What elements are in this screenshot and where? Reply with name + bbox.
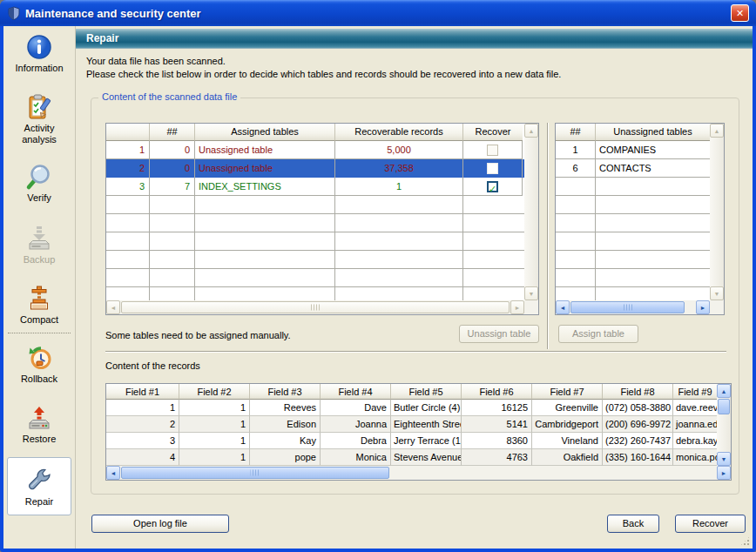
recover-checkbox[interactable]: ✓ <box>487 163 498 174</box>
vertical-scrollbar: ▲ ▼ <box>717 384 731 466</box>
column-header-assigned-tables[interactable]: Assigned tables <box>195 124 335 141</box>
back-button[interactable]: Back <box>607 515 659 533</box>
column-header-field7[interactable]: Field #7 <box>532 384 603 400</box>
shield-icon <box>7 6 21 20</box>
sidebar-item-rollback[interactable]: Rollback <box>6 344 72 385</box>
record-row[interactable]: 3 1 Kay Debra Jerry Terrace (1 8360 Vine… <box>106 433 717 449</box>
sidebar-item-information[interactable]: Information <box>6 33 72 74</box>
scroll-right-button[interactable]: ► <box>696 300 710 314</box>
panel-divider <box>547 123 549 349</box>
scrollbar-track <box>717 415 731 452</box>
sidebar-item-restore[interactable]: Restore <box>6 404 72 445</box>
table-row[interactable]: 2 0 Unassigned table 37,358 ✓ <box>106 159 524 178</box>
records-table: Field #1 Field #2 Field #3 Field #4 Fiel… <box>105 383 732 481</box>
column-gridline <box>595 141 596 300</box>
sidebar-item-label: Activity analysis <box>6 123 72 145</box>
information-icon <box>25 33 53 61</box>
column-header-unassigned-tables[interactable]: Unassigned tables <box>596 124 710 141</box>
scroll-up-button[interactable]: ▲ <box>524 124 538 138</box>
column-gridline <box>194 141 195 300</box>
sidebar-item-compact[interactable]: Compact <box>6 285 72 326</box>
scroll-down-button[interactable]: ▼ <box>524 286 538 300</box>
recover-checkbox[interactable]: ✓ <box>487 145 498 156</box>
record-row[interactable]: 2 1 Edison Joanna Eighteenth Stree 5141 … <box>106 416 717 433</box>
sidebar-item-label: Rollback <box>21 374 57 385</box>
column-header-field8[interactable]: Field #8 <box>603 384 673 400</box>
column-header-recover[interactable]: Recover <box>463 124 523 141</box>
table-row[interactable]: 1 0 Unassigned table 5,000 ✓ <box>106 141 524 159</box>
table-row[interactable]: 1 COMPANIES <box>556 141 710 159</box>
table-row[interactable]: 6 CONTACTS <box>556 159 710 178</box>
sidebar-item-label: Verify <box>27 192 51 204</box>
scroll-up-button[interactable]: ▲ <box>717 384 731 398</box>
intro-line-1: Your data file has been scanned. <box>86 55 561 68</box>
intro-text: Your data file has been scanned. Please … <box>86 55 561 81</box>
scrollbar-thumb[interactable] <box>718 399 730 414</box>
assigned-tables-header: ## Assigned tables Recoverable records R… <box>106 124 524 141</box>
repair-icon <box>25 467 53 495</box>
scrollbar-track <box>524 138 538 286</box>
column-header-field5[interactable]: Field #5 <box>391 384 462 400</box>
column-header-field3[interactable]: Field #3 <box>250 384 321 400</box>
sidebar-item-label: Information <box>15 63 63 74</box>
scroll-left-button[interactable]: ◄ <box>556 300 570 314</box>
check-icon: ✓ <box>489 180 496 197</box>
maintenance-security-center-window: Maintenance and security center ✕ Inform… <box>0 0 756 552</box>
vertical-scrollbar: ▲ ▼ <box>710 124 724 300</box>
column-header-field6[interactable]: Field #6 <box>462 384 532 400</box>
unassigned-tables-header: ## Unassigned tables <box>556 124 710 141</box>
sidebar-item-label: Backup <box>24 254 56 266</box>
table-row[interactable]: 3 7 INDEX_SETTINGS 1 ✓ <box>106 178 524 196</box>
verify-icon <box>25 163 53 191</box>
section-divider <box>105 351 726 353</box>
window-title: Maintenance and security center <box>25 7 726 20</box>
scroll-down-button[interactable]: ▼ <box>717 452 731 466</box>
column-gridline <box>462 141 463 300</box>
repair-pane: Repair Your data file has been scanned. … <box>76 26 753 549</box>
assigned-tables-body: 1 0 Unassigned table 5,000 ✓ 2 0 <box>106 141 524 300</box>
scroll-right-button[interactable]: ► <box>717 466 731 480</box>
scroll-right-button[interactable]: ► <box>510 300 524 314</box>
horizontal-scrollbar: ◄ ► <box>106 300 524 314</box>
recover-checkbox[interactable]: ✓ <box>487 181 498 192</box>
sidebar-item-repair[interactable]: Repair <box>7 457 71 515</box>
column-header-field1[interactable]: Field #1 <box>106 384 179 400</box>
intro-line-2: Please check the list below in order to … <box>86 68 561 81</box>
scroll-down-button[interactable]: ▼ <box>710 286 724 300</box>
resize-grip[interactable] <box>739 535 751 547</box>
recover-button[interactable]: Recover <box>675 515 746 533</box>
scanned-data-groupbox: Content of the scanned data file ## Assi… <box>91 98 739 495</box>
column-header-id[interactable]: ## <box>150 124 195 141</box>
column-header-field4[interactable]: Field #4 <box>321 384 391 400</box>
open-log-file-button[interactable]: Open log file <box>91 515 229 533</box>
scroll-up-button[interactable]: ▲ <box>710 124 724 138</box>
column-header-recoverable-records[interactable]: Recoverable records <box>335 124 463 141</box>
sidebar-item-label: Restore <box>23 434 57 445</box>
scroll-left-button[interactable]: ◄ <box>106 300 120 314</box>
backup-icon <box>25 225 53 252</box>
scrollbar-thumb[interactable] <box>121 301 510 313</box>
close-button[interactable]: ✕ <box>731 4 749 22</box>
unassigned-tables-table: ## Unassigned tables 1 COMPANIES <box>555 123 725 315</box>
column-header-field2[interactable]: Field #2 <box>179 384 250 400</box>
record-row[interactable]: 1 1 Reeves Dave Butler Circle (4) 16125 … <box>106 400 717 416</box>
sidebar-item-verify[interactable]: Verify <box>6 163 72 204</box>
sidebar-divider <box>8 333 71 333</box>
column-header-rownum[interactable] <box>106 124 150 141</box>
vertical-scrollbar: ▲ ▼ <box>524 124 538 300</box>
scroll-left-button[interactable]: ◄ <box>106 466 120 480</box>
column-header-id[interactable]: ## <box>556 124 596 141</box>
assign-note: Some tables need to be assigned manually… <box>105 330 291 340</box>
title-bar: Maintenance and security center ✕ <box>0 0 756 26</box>
restore-icon <box>25 404 53 432</box>
sidebar-item-label: Compact <box>20 314 58 326</box>
activity-analysis-icon <box>25 93 53 121</box>
sidebar-item-activity-analysis[interactable]: Activity analysis <box>6 93 72 145</box>
scrollbar-thumb[interactable] <box>121 467 389 479</box>
unassign-table-button[interactable]: Unassign table <box>459 325 539 343</box>
records-header: Field #1 Field #2 Field #3 Field #4 Fiel… <box>106 384 717 400</box>
column-header-field9[interactable]: Field #9 <box>673 384 717 400</box>
scrollbar-thumb[interactable] <box>570 301 685 313</box>
record-row[interactable]: 4 1 pope Monica Stevens Avenue 4763 Oakf… <box>106 449 717 466</box>
assign-table-button[interactable]: Assign table <box>558 325 638 343</box>
